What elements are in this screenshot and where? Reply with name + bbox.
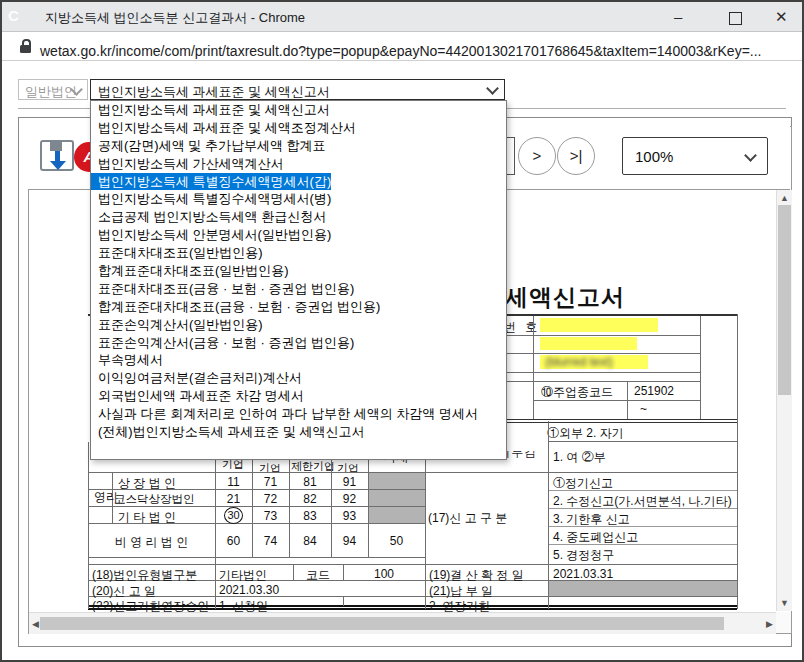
cell-value: 73: [252, 509, 289, 523]
cell-value: 50: [368, 534, 425, 548]
grid-line: [88, 564, 737, 565]
chevron-down-icon: [744, 149, 757, 162]
chevron-down-icon: [486, 82, 499, 95]
cell-value: 92: [331, 492, 368, 506]
field-value: 2021.03.31: [553, 567, 613, 581]
field-value: 2021.03.30: [219, 583, 279, 597]
dropdown-option-highlighted[interactable]: 법인지방소득세 특별징수세액명세서(갑): [91, 173, 331, 191]
field-label: (19)결 산 확 정 일: [429, 567, 524, 584]
cell-value: 72: [252, 492, 289, 506]
scroll-right-icon[interactable]: ▶: [766, 619, 773, 629]
report-type-option: ①정기신고: [553, 475, 613, 492]
next-page-button[interactable]: >: [518, 137, 556, 175]
grid-line: [88, 442, 89, 609]
corp-type-value: 일반법인: [25, 83, 77, 101]
header-fragment: 기업: [337, 461, 359, 476]
dropdown-option[interactable]: 합계표준대차대조표(일반법인용): [91, 262, 506, 280]
cell-value: 11: [215, 475, 252, 489]
dropdown-option[interactable]: 법인지방소득세 가산세액계산서: [91, 155, 506, 173]
dropdown-option[interactable]: 소급공제 법인지방소득세액 환급신청서: [91, 208, 506, 226]
report-select-dropdown: 법인지방소득세 과세표준 및 세액신고서 법인지방소득세 과세표준 및 세액조정…: [90, 100, 507, 460]
scrollbar-corner: [776, 612, 791, 633]
grid-line: 30: [215, 507, 252, 524]
scroll-down-icon[interactable]: ▼: [780, 598, 789, 608]
masked-cell: [369, 473, 425, 523]
cell-value: 94: [331, 534, 368, 548]
popup-window: C 지방소득세 법인소득분 신고결과서 - Chrome – ✕ wetax.g…: [0, 0, 804, 662]
field-label: 코드: [293, 567, 343, 584]
cell-value: 91: [331, 475, 368, 489]
scroll-left-icon[interactable]: ◀: [32, 619, 39, 629]
zoom-select[interactable]: 100%: [622, 137, 768, 175]
report-type-option: 5. 경정청구: [553, 547, 614, 564]
horizontal-scrollbar-thumb[interactable]: [40, 617, 724, 630]
dropdown-option[interactable]: 공제(감면)세액 및 추가납부세액 합계표: [91, 137, 506, 155]
field-value: 100: [343, 567, 425, 581]
report-select-value: 법인지방소득세 과세표준 및 세액신고서: [98, 83, 330, 101]
corp-type-select[interactable]: 일반법인: [18, 79, 88, 100]
dropdown-option[interactable]: 법인지방소득세 과세표준 및 세액신고서: [91, 101, 506, 119]
grid-line: [425, 442, 426, 609]
vertical-scrollbar-thumb[interactable]: [778, 205, 791, 395]
dropdown-option[interactable]: 합계표준대차대조표(금융 · 보험 · 증권업 법인용): [91, 298, 506, 316]
grid-line: [343, 596, 344, 606]
dropdown-option[interactable]: 법인지방소득세 과세표준 및 세액조정계산서: [91, 119, 506, 137]
url-text[interactable]: wetax.go.kr/income/com/print/taxresult.d…: [40, 43, 762, 59]
window-titlebar: C 지방소득세 법인소득분 신고결과서 - Chrome – ✕: [2, 2, 802, 32]
last-page-button[interactable]: >|: [557, 137, 595, 175]
masked-cell: [549, 581, 737, 596]
cell-value: 71: [252, 475, 289, 489]
dropdown-option[interactable]: 법인지방소득세 특별징수세액명세서(병): [91, 190, 506, 208]
cell-value: 83: [289, 509, 331, 523]
report-select[interactable]: 법인지방소득세 과세표준 및 세액신고서: [90, 79, 505, 100]
dropdown-option[interactable]: 표준대차대조표(일반법인용): [91, 244, 506, 262]
save-arrow-head: [50, 161, 66, 170]
field-label: (18)법인유형별구분: [92, 567, 197, 584]
report-type-option: 3. 기한후 신고: [553, 511, 630, 528]
dropdown-option[interactable]: 이익잉여금처분(결손금처리)계산서: [91, 369, 506, 387]
horizontal-scrollbar[interactable]: ◀ ▶: [29, 612, 776, 634]
grid-line: [88, 472, 737, 473]
cell-value: 81: [289, 475, 331, 489]
cell-value: 74: [252, 534, 289, 548]
minimize-button[interactable]: –: [674, 8, 682, 25]
dropdown-option[interactable]: (전체)법인지방소득세 과세표준 및 세액신고서: [91, 423, 506, 441]
cell-value: 93: [331, 509, 368, 523]
dropdown-option[interactable]: 표준손익계산서(금융 · 보험 · 증권업 법인용): [91, 334, 506, 352]
grid-line: [533, 400, 700, 401]
cell-value: 60: [215, 534, 252, 548]
row-name: 기 타 법 인: [118, 509, 176, 526]
scroll-up-icon[interactable]: ▲: [780, 193, 789, 203]
grid-line: [548, 441, 737, 442]
report-type-option: 2. 수정신고(가.서면분석, 나.기타): [553, 493, 732, 510]
report-type-label: (17)신 고 구 분: [428, 510, 507, 527]
chrome-logo-icon: C: [8, 7, 19, 24]
field-value: 기타법인: [219, 567, 267, 584]
dropdown-option[interactable]: 부속명세서: [91, 351, 506, 369]
dropdown-option[interactable]: 표준대차대조표(금융 · 보험 · 증권업 법인용): [91, 280, 506, 298]
window-title: 지방소득세 법인소득분 신고결과서 - Chrome: [45, 9, 305, 27]
header-fragment: 기업: [259, 461, 281, 476]
redacted-field: [540, 337, 637, 350]
lock-icon-body: [20, 45, 31, 53]
vertical-scrollbar[interactable]: ▲ ▼: [776, 190, 792, 611]
biz-code-value: 251902: [634, 384, 674, 398]
close-button[interactable]: ✕: [775, 8, 788, 26]
period-tilde: ~: [640, 402, 647, 416]
grid-line: [737, 314, 738, 609]
dropdown-option[interactable]: 외국법인세액 과세표준 차감 명세서: [91, 387, 506, 405]
maximize-button[interactable]: [729, 12, 742, 25]
dropdown-option[interactable]: 표준손익계산서(일반법인용): [91, 316, 506, 334]
redacted-email: (blurred text): [545, 355, 613, 369]
row-name: 상 장 법 인: [118, 475, 176, 492]
form-title-fragment: 세액신고서: [505, 282, 625, 313]
grid-line: [700, 316, 701, 419]
cell-value: 84: [289, 534, 331, 548]
redacted-field: [540, 318, 658, 332]
grid-line: [548, 421, 549, 609]
cell-value: 21: [215, 492, 252, 506]
report-type-option: 4. 중도폐업신고: [553, 529, 638, 546]
dropdown-option[interactable]: 법인지방소득세 안분명세서(일반법인용): [91, 226, 506, 244]
save-button[interactable]: [40, 140, 74, 171]
dropdown-option[interactable]: 사실과 다른 회계처리로 인하여 과다 납부한 세액의 차감액 명세서: [91, 405, 506, 423]
